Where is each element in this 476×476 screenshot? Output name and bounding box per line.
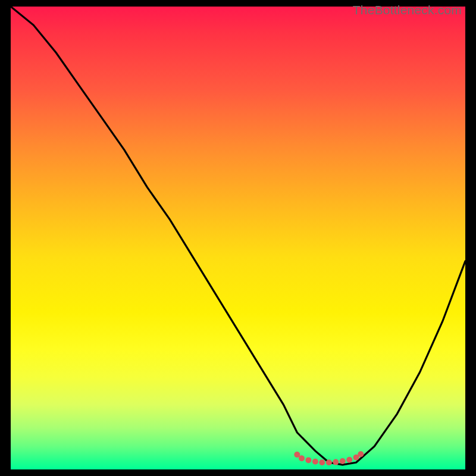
marker-dot xyxy=(319,459,325,465)
marker-dot xyxy=(326,459,332,465)
bottleneck-curve xyxy=(11,7,465,465)
marker-dot xyxy=(358,451,364,457)
plot-area xyxy=(11,7,465,469)
marker-dot xyxy=(305,457,311,463)
watermark-text: TheBottleneck.com xyxy=(353,3,462,17)
marker-dot xyxy=(346,457,352,463)
marker-dot xyxy=(299,455,305,461)
chart-stage: TheBottleneck.com xyxy=(0,0,476,476)
marker-dot xyxy=(312,459,318,465)
marker-dot xyxy=(333,459,339,465)
curve-layer xyxy=(11,7,465,469)
marker-dot xyxy=(340,458,346,464)
